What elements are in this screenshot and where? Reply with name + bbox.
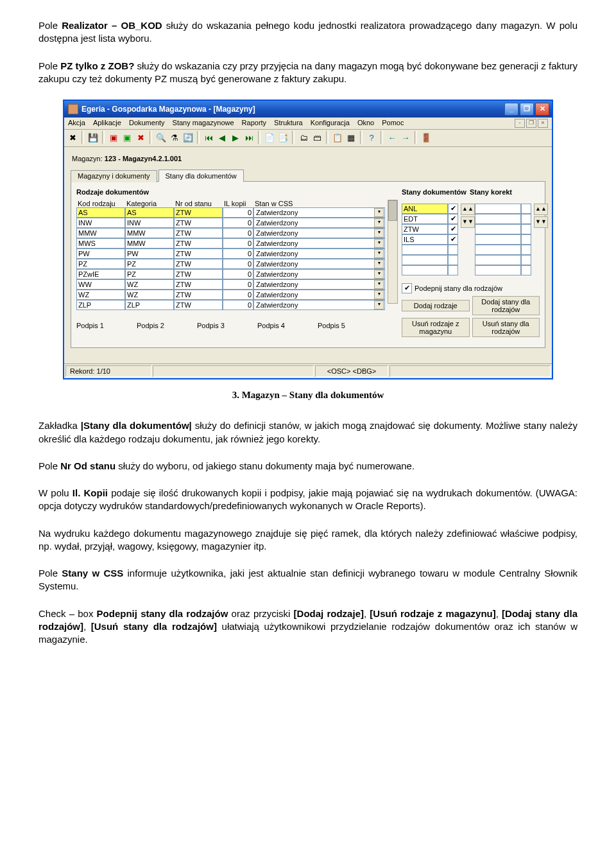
cell-kategoria[interactable]: PZ: [125, 269, 174, 279]
cell-kod[interactable]: PW: [76, 248, 125, 259]
stany-kor-down-button[interactable]: ▼▼: [534, 216, 548, 228]
chevron-down-icon[interactable]: ▾: [374, 229, 384, 238]
stany-dok-checkbox[interactable]: [448, 255, 458, 265]
prev-icon[interactable]: ◀: [216, 132, 228, 143]
first-icon[interactable]: ⏮: [203, 132, 214, 143]
stany-dok-code-cell[interactable]: [402, 265, 448, 275]
table-row[interactable]: WWWZZTW0Zatwierdzony▾: [76, 279, 385, 290]
stany-kor-checkbox[interactable]: [521, 265, 531, 275]
stany-dok-code-cell[interactable]: EDT: [402, 214, 448, 224]
tab-red-icon[interactable]: ▣: [108, 132, 119, 143]
mdi-restore[interactable]: ❐: [526, 119, 536, 128]
menu-stany-magazynowe[interactable]: Stany magazynowe: [173, 119, 234, 128]
cell-kategoria[interactable]: WZ: [125, 290, 174, 300]
chevron-down-icon[interactable]: ▾: [374, 239, 384, 248]
cell-il-kopii[interactable]: 0: [223, 279, 253, 290]
stany-kor-code-cell[interactable]: [475, 265, 521, 275]
stany-kor-code-cell[interactable]: [475, 245, 521, 255]
stany-dok-checkbox[interactable]: ✔: [448, 214, 458, 224]
cell-stan-css-combo[interactable]: Zatwierdzony▾: [253, 300, 385, 310]
podepnij-checkbox[interactable]: ✔: [402, 283, 412, 293]
chevron-down-icon[interactable]: ▾: [374, 301, 384, 309]
grid-icon[interactable]: ▦: [345, 132, 357, 143]
save-icon[interactable]: 💾: [87, 132, 99, 143]
close-button[interactable]: ✕: [535, 103, 549, 116]
stany-kor-code-cell[interactable]: [475, 224, 521, 234]
scrollbar-thumb[interactable]: [388, 200, 397, 221]
cell-stan-css-combo[interactable]: Zatwierdzony▾: [253, 238, 385, 248]
menu-dokumenty[interactable]: Dokumenty: [129, 119, 165, 128]
cell-kod[interactable]: WW: [76, 279, 125, 290]
cell-il-kopii[interactable]: 0: [223, 248, 253, 259]
menu-akcja[interactable]: Akcja: [68, 119, 85, 128]
cell-kod[interactable]: INW: [76, 218, 125, 228]
stany-dok-checkbox[interactable]: [448, 245, 458, 255]
cell-stan-css-combo[interactable]: Zatwierdzony▾: [253, 218, 385, 228]
table-row[interactable]: PWPWZTW0Zatwierdzony▾: [76, 248, 385, 259]
cell-stan-css-combo[interactable]: Zatwierdzony▾: [253, 259, 385, 269]
menu-aplikacje[interactable]: Aplikacje: [93, 119, 121, 128]
cell-nr-od-stanu[interactable]: ZTW: [174, 228, 223, 238]
last-icon[interactable]: ⏭: [243, 132, 255, 143]
table-row[interactable]: ZLPZLPZTW0Zatwierdzony▾: [76, 300, 385, 310]
stany-dok-checkbox[interactable]: ✔: [448, 204, 458, 214]
cell-il-kopii[interactable]: 0: [223, 290, 253, 300]
arrow-right-icon[interactable]: →: [400, 132, 411, 143]
stany-dok-checkbox[interactable]: ✔: [448, 224, 458, 234]
chevron-down-icon[interactable]: ▾: [374, 218, 384, 227]
cell-stan-css-combo[interactable]: Zatwierdzony▾: [253, 207, 385, 218]
cell-kod[interactable]: PZwIE: [76, 269, 125, 279]
menu-struktura[interactable]: Struktura: [274, 119, 303, 128]
cell-kod[interactable]: WZ: [76, 290, 125, 300]
cell-kategoria[interactable]: PZ: [125, 259, 174, 269]
table-row[interactable]: MMWMMWZTW0Zatwierdzony▾: [76, 228, 385, 238]
stany-kor-code-cell[interactable]: [475, 204, 521, 214]
cell-kategoria[interactable]: MMW: [125, 238, 174, 248]
cell-stan-css-combo[interactable]: Zatwierdzony▾: [253, 269, 385, 279]
cell-nr-od-stanu[interactable]: ZTW: [174, 238, 223, 248]
card-icon[interactable]: 🗂: [298, 132, 309, 143]
minimize-button[interactable]: _: [504, 103, 518, 116]
stany-dok-checkbox[interactable]: ✔: [448, 234, 458, 245]
table-row[interactable]: ASASZTW0Zatwierdzony▾: [76, 207, 385, 218]
stany-kor-checkbox[interactable]: [521, 245, 531, 255]
cell-nr-od-stanu[interactable]: ZTW: [174, 290, 223, 300]
tool-icon[interactable]: ✖: [67, 132, 78, 143]
stany-kor-code-cell[interactable]: [475, 255, 521, 265]
arrow-left-icon[interactable]: ←: [386, 132, 398, 143]
next-icon[interactable]: ▶: [230, 132, 241, 143]
search-icon[interactable]: 🔍: [155, 132, 167, 143]
usun-rodzaje-button[interactable]: Usuń rodzaje z magazynu: [402, 318, 470, 337]
stany-dok-code-cell[interactable]: ZTW: [402, 224, 448, 234]
dodaj-stany-button[interactable]: Dodaj stany dla rodzajów: [472, 296, 540, 315]
tab-green-icon[interactable]: ▣: [121, 132, 133, 143]
cell-kategoria[interactable]: MMW: [125, 228, 174, 238]
stany-kor-checkbox[interactable]: [521, 234, 531, 245]
table-row[interactable]: INWINWZTW0Zatwierdzony▾: [76, 218, 385, 228]
chevron-down-icon[interactable]: ▾: [374, 208, 384, 217]
stany-dok-code-cell[interactable]: [402, 255, 448, 265]
cell-il-kopii[interactable]: 0: [223, 218, 253, 228]
chevron-down-icon[interactable]: ▾: [374, 270, 384, 279]
filter-icon[interactable]: ⚗: [169, 132, 180, 143]
cell-stan-css-combo[interactable]: Zatwierdzony▾: [253, 248, 385, 259]
cell-kod[interactable]: MMW: [76, 228, 125, 238]
table-row[interactable]: MWSMMWZTW0Zatwierdzony▾: [76, 238, 385, 248]
cell-nr-od-stanu[interactable]: ZTW: [174, 248, 223, 259]
cell-kod[interactable]: AS: [76, 207, 125, 218]
cell-nr-od-stanu[interactable]: ZTW: [174, 218, 223, 228]
cell-il-kopii[interactable]: 0: [223, 228, 253, 238]
cell-stan-css-combo[interactable]: Zatwierdzony▾: [253, 290, 385, 300]
table-row[interactable]: PZPZZTW0Zatwierdzony▾: [76, 259, 385, 269]
stany-dok-down-button[interactable]: ▼▼: [461, 216, 475, 228]
cell-kategoria[interactable]: WZ: [125, 279, 174, 290]
menu-raporty[interactable]: Raporty: [242, 119, 267, 128]
chevron-down-icon[interactable]: ▾: [374, 249, 384, 258]
stany-dok-code-cell[interactable]: ANL: [402, 204, 448, 214]
usun-stany-button[interactable]: Usuń stany dla rodzajów: [472, 318, 540, 337]
chevron-down-icon[interactable]: ▾: [374, 259, 384, 268]
stany-kor-code-cell[interactable]: [475, 234, 521, 245]
cell-il-kopii[interactable]: 0: [223, 238, 253, 248]
stany-kor-checkbox[interactable]: [521, 214, 531, 224]
table-row[interactable]: PZwIEPZZTW0Zatwierdzony▾: [76, 269, 385, 279]
